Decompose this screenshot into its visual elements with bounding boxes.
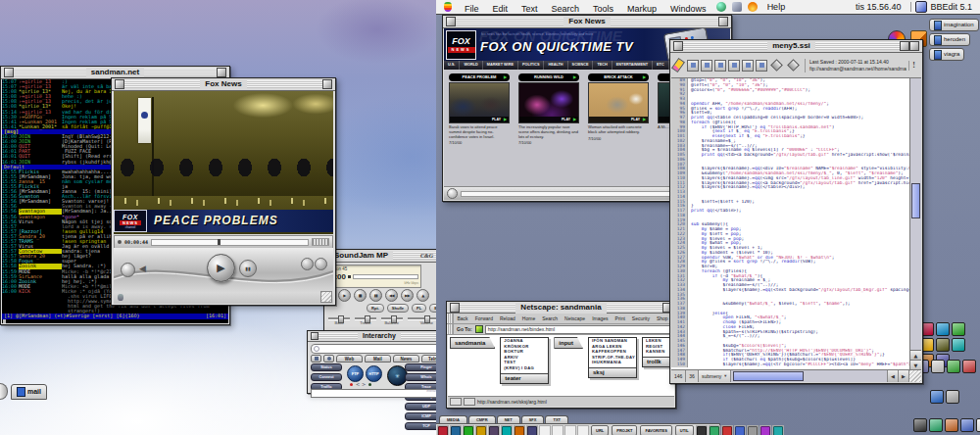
nav-item[interactable]: ETC [653, 61, 669, 70]
close-box-icon[interactable] [311, 332, 318, 340]
nav-item[interactable]: ENTERTAINMENT [612, 61, 653, 70]
video-title-pill[interactable]: BRICK ATTACK▶ [588, 73, 649, 81]
resize-grip[interactable] [320, 291, 332, 303]
toolbar-button[interactable] [728, 60, 740, 72]
url-field[interactable] [311, 344, 436, 354]
tab-news[interactable]: News [393, 355, 419, 362]
bookmark-icon[interactable] [475, 325, 483, 333]
video-thumbnail[interactable]: RUNNING WILD▶PLAY▶The increasingly popul… [518, 73, 579, 182]
video-still[interactable]: PLAY▶ [588, 82, 649, 123]
volume-thumbwheel[interactable] [121, 263, 135, 277]
app-icon[interactable] [760, 426, 770, 435]
launcher-tab[interactable]: TXT [545, 415, 568, 423]
launcher-tab[interactable]: SFX [521, 415, 545, 423]
tab-telnet[interactable]: Telnet [421, 355, 436, 362]
file-tab-heroden[interactable]: heroden [929, 33, 970, 46]
launcher-slot[interactable] [475, 425, 487, 435]
zoom-box-icon[interactable] [900, 41, 909, 51]
globe-menu-icon[interactable] [716, 2, 726, 12]
page-tab-sandmania[interactable]: sandmania [450, 337, 495, 349]
desktop-icon[interactable] [952, 322, 965, 336]
launcher-slot[interactable] [696, 425, 708, 435]
nav-item[interactable]: U.S. [444, 61, 460, 70]
menu-item[interactable]: Markup [620, 4, 663, 14]
app-icon[interactable] [438, 426, 448, 435]
launcher-tab[interactable]: MEDIA [439, 415, 467, 423]
balance-slider[interactable]: Balance [381, 314, 403, 326]
toolbar-button[interactable]: Print [612, 314, 628, 323]
location-field[interactable]: http://sandman.net/bindex.html [485, 325, 672, 334]
toolbar-button[interactable] [701, 60, 712, 72]
volume-knob[interactable] [447, 188, 458, 199]
desktop-icon[interactable] [930, 390, 944, 404]
app-icon[interactable] [476, 426, 486, 435]
play-bar[interactable]: PLAY▶ [519, 117, 578, 122]
quicktime-timeline[interactable]: 00:00:44 [114, 235, 333, 249]
quicktime-titlebar[interactable]: Fox News [112, 78, 335, 91]
http-button[interactable]: HTTP [366, 365, 382, 382]
previous-button[interactable]: ◀◀ [385, 289, 398, 302]
tool-button[interactable]: Finger [405, 363, 436, 371]
toolbar-button[interactable]: Home [518, 314, 538, 323]
app-icon[interactable] [514, 426, 524, 435]
soundjam-window[interactable]: SoundJam MP C&G ax on 45 0:00 kHz kbps ▶… [323, 249, 436, 341]
launcher-slot[interactable] [760, 425, 771, 435]
menu-item[interactable]: IHUKRMANIA [589, 360, 636, 365]
toolbar-button[interactable]: Images [589, 314, 612, 323]
code-editor[interactable]: 89@top=("0", "0", "10", "36");90@left=("… [671, 78, 910, 370]
scroll-thumb[interactable] [733, 371, 804, 381]
bass-slider[interactable]: Bass [328, 314, 350, 326]
script-menu-icon[interactable] [732, 2, 742, 12]
desktop-icon[interactable] [913, 418, 927, 432]
desktop-icon[interactable] [936, 338, 950, 352]
vertical-scrollbar[interactable]: ▲ ▼ [909, 78, 921, 370]
launcher-slot[interactable] [450, 425, 462, 435]
menu-item[interactable]: Text [514, 4, 545, 14]
tool-button[interactable]: UDP [405, 403, 436, 411]
launcher-slot[interactable] [488, 425, 500, 435]
tool-button[interactable]: Status [311, 363, 342, 371]
toolbar-button[interactable]: Reload [496, 314, 518, 323]
launcher-slot[interactable] [514, 425, 525, 435]
progress-bar[interactable] [353, 274, 418, 279]
app-icon[interactable] [748, 426, 758, 435]
menu-item[interactable]: Windows [663, 4, 713, 14]
empty-slot[interactable] [577, 425, 589, 435]
next-button[interactable]: ▶▶ [401, 289, 414, 302]
eject-button[interactable]: ▲ [416, 289, 429, 302]
toolbar-button[interactable] [714, 60, 726, 72]
tool-button[interactable]: Connect [311, 373, 342, 381]
nav-item[interactable]: POLITICS [518, 61, 545, 70]
menu-item[interactable]: Edit [486, 4, 515, 14]
page-tab-input[interactable]: input [554, 337, 583, 349]
collapse-box-icon[interactable] [909, 41, 919, 51]
horizontal-scrollbar[interactable] [731, 370, 888, 382]
play-bar[interactable]: PLAY▶ [589, 117, 648, 122]
pause-button[interactable]: ▮▮ [239, 260, 257, 277]
launcher-slot[interactable] [747, 425, 759, 435]
collapse-box-icon[interactable] [217, 68, 226, 77]
active-app-icon[interactable] [915, 1, 927, 13]
app-icon[interactable] [464, 426, 473, 435]
desktop-icon[interactable] [962, 360, 976, 373]
play-button[interactable]: ▶ [207, 254, 235, 282]
quicktime-player-window[interactable]: Fox News FOX NEWS channel PEACE PROBLEMS [111, 77, 336, 306]
nav-item[interactable]: MARKET WIRE [483, 61, 518, 70]
menu-item-help[interactable]: Help [760, 0, 793, 14]
stop-button[interactable]: ■ [354, 289, 367, 302]
launcher-tab[interactable]: CMPR [468, 415, 496, 423]
video-thumbnail[interactable]: PEACE PROBLEM▶PLAY▶Barak vows to attend … [449, 73, 510, 182]
popup-folder-tab[interactable]: mail [11, 384, 47, 400]
menu-item[interactable]: (KREV) I DAG [501, 365, 548, 371]
toolbar-button[interactable] [687, 60, 699, 72]
launcher-slot[interactable] [526, 425, 538, 435]
close-box-icon[interactable] [115, 79, 124, 89]
menu-clock[interactable]: tis 15.56.40 [850, 0, 907, 14]
tab-mail[interactable]: Mail [365, 355, 391, 362]
flame-menu-icon[interactable] [748, 2, 758, 12]
bbedit-titlebar[interactable]: meny5.ssi [670, 40, 922, 53]
toolbar-button[interactable]: Search [539, 314, 562, 323]
ftp-button[interactable]: FTP [347, 365, 364, 382]
desktop-icon[interactable] [931, 360, 945, 373]
apple-menu-icon[interactable] [444, 2, 452, 12]
